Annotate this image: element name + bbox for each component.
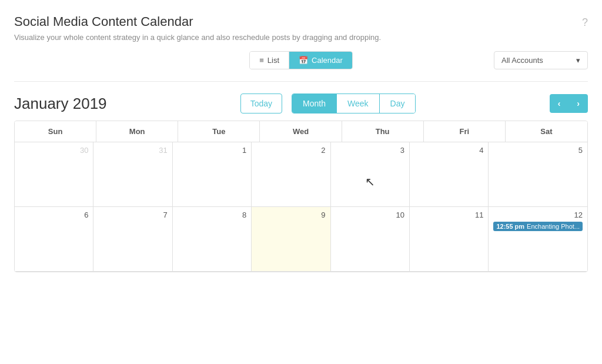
day-header-fri: Fri: [424, 121, 506, 142]
help-icon[interactable]: ?: [582, 16, 588, 29]
table-row[interactable]: 4: [410, 142, 489, 207]
day-header-thu: Thu: [342, 121, 424, 142]
day-button[interactable]: Day: [380, 94, 416, 113]
accounts-dropdown[interactable]: All Accounts ▾: [494, 51, 588, 69]
table-row[interactable]: 11: [410, 207, 489, 272]
table-row[interactable]: 2: [252, 142, 330, 207]
day-header-sat: Sat: [506, 121, 587, 142]
table-row[interactable]: 5: [489, 142, 587, 207]
page-subtitle: Visualize your whole content strategy in…: [14, 33, 582, 42]
prev-button[interactable]: ‹: [550, 94, 569, 113]
nav-buttons: ‹ ›: [550, 94, 588, 113]
day-header-tue: Tue: [178, 121, 260, 142]
list-icon: ≡: [259, 56, 264, 65]
table-row[interactable]: 7: [93, 207, 172, 272]
calendar-nav: January 2019 Today Month Week Day ‹ ›: [14, 93, 588, 113]
chevron-down-icon: ▾: [576, 56, 580, 65]
month-title: January 2019: [14, 95, 107, 113]
cursor-icon: ↖: [365, 175, 375, 189]
calendar-icon: 📅: [299, 56, 308, 65]
table-row[interactable]: 31: [93, 142, 172, 207]
calendar-body: 30 31 1 2 3 ↖ 4 5 6: [15, 142, 587, 272]
page-title: Social Media Content Calendar: [14, 14, 582, 29]
day-header-sun: Sun: [15, 121, 96, 142]
table-row[interactable]: 12 12:55 pm Enchanting Phot...: [489, 207, 587, 272]
day-header-wed: Wed: [260, 121, 342, 142]
next-button[interactable]: ›: [568, 94, 588, 113]
event-badge[interactable]: 12:55 pm Enchanting Phot...: [493, 222, 583, 231]
table-row[interactable]: 30: [15, 142, 93, 207]
calendar-view-button[interactable]: 📅 Calendar: [289, 52, 352, 69]
week-button[interactable]: Week: [337, 94, 380, 113]
table-row[interactable]: 9: [252, 207, 330, 272]
today-button[interactable]: Today: [240, 93, 282, 113]
table-row[interactable]: 1: [173, 142, 252, 207]
table-row[interactable]: 10: [331, 207, 410, 272]
day-header-mon: Mon: [96, 121, 178, 142]
calendar-header: Sun Mon Tue Wed Thu Fri Sat: [15, 121, 587, 142]
list-view-button[interactable]: ≡ List: [250, 52, 289, 69]
event-time: 12:55 pm: [496, 223, 524, 230]
table-row[interactable]: 3 ↖: [331, 142, 410, 207]
table-row[interactable]: 8: [173, 207, 252, 272]
table-row[interactable]: 6: [15, 207, 93, 272]
month-button[interactable]: Month: [292, 94, 337, 113]
period-buttons: Month Week Day: [292, 93, 416, 113]
event-title: Enchanting Phot...: [527, 223, 580, 230]
view-toggle: ≡ List 📅 Calendar: [249, 51, 353, 69]
calendar: Sun Mon Tue Wed Thu Fri Sat 30 31 1 2 3: [14, 121, 588, 272]
